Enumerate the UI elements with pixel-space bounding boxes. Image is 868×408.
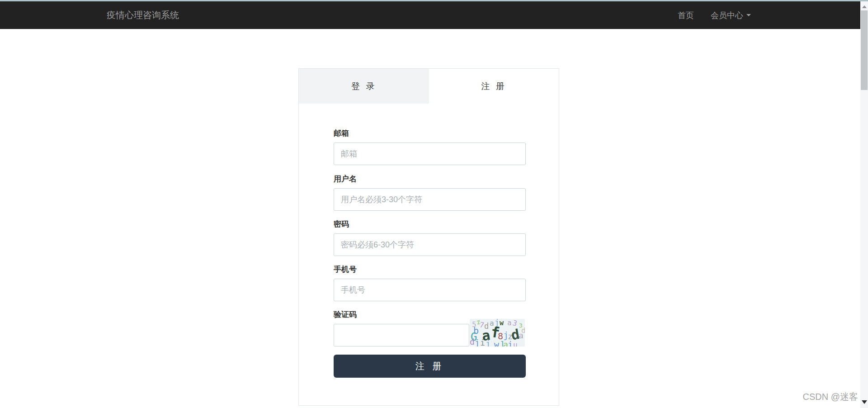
scrollbar-thumb[interactable] bbox=[861, 10, 868, 90]
form-field-captcha: 验证码 5z7dajwa33bGaf8jzdaddjijwlaju bbox=[334, 309, 526, 346]
email-input[interactable] bbox=[334, 142, 526, 165]
captcha-glyph: d bbox=[521, 327, 525, 334]
window-top-edge bbox=[0, 0, 868, 1]
scrollbar[interactable] bbox=[860, 1, 868, 408]
captcha-glyph: j bbox=[508, 341, 513, 346]
captcha-input[interactable] bbox=[334, 324, 469, 346]
nav-item-member-center-label: 会员中心 bbox=[711, 10, 743, 21]
tab-register[interactable]: 注 册 bbox=[429, 69, 559, 104]
form-field-email: 邮箱 bbox=[334, 128, 526, 165]
tab-login[interactable]: 登 录 bbox=[299, 69, 429, 104]
captcha-glyph: i bbox=[480, 339, 485, 346]
form-field-phone: 手机号 bbox=[334, 264, 526, 301]
captcha-glyph: w bbox=[494, 341, 499, 346]
email-label: 邮箱 bbox=[334, 128, 526, 138]
captcha-glyph: u bbox=[513, 342, 518, 346]
captcha-image[interactable]: 5z7dajwa33bGaf8jzdaddjijwlaju bbox=[470, 319, 525, 346]
phone-input[interactable] bbox=[334, 279, 526, 301]
auth-tabs: 登 录 注 册 bbox=[299, 69, 559, 104]
register-button[interactable]: 注 册 bbox=[334, 355, 526, 378]
password-label: 密码 bbox=[334, 219, 526, 229]
username-input[interactable] bbox=[334, 188, 526, 211]
auth-card: 登 录 注 册 邮箱 用户名 密码 手机号 验证码 5z7dajwa33bGaf… bbox=[298, 68, 559, 406]
page: 疫情心理咨询系统 首页 会员中心 登 录 注 册 邮箱 用户名 密码 bbox=[0, 0, 868, 408]
navbar-brand[interactable]: 疫情心理咨询系统 bbox=[107, 1, 179, 29]
scrollbar-up-arrow-icon[interactable] bbox=[860, 4, 868, 10]
caret-down-icon bbox=[746, 14, 751, 16]
navbar: 疫情心理咨询系统 首页 会员中心 bbox=[0, 1, 868, 29]
nav-item-member-center[interactable]: 会员中心 bbox=[711, 10, 751, 21]
captcha-glyph: j bbox=[475, 339, 480, 346]
form-field-username: 用户名 bbox=[334, 174, 526, 211]
scrollbar-down-arrow-icon[interactable] bbox=[860, 399, 868, 405]
password-input[interactable] bbox=[334, 233, 526, 256]
nav-item-home-label: 首页 bbox=[678, 10, 694, 21]
form-field-password: 密码 bbox=[334, 219, 526, 256]
phone-label: 手机号 bbox=[334, 264, 526, 275]
nav-item-home[interactable]: 首页 bbox=[678, 10, 694, 21]
captcha-glyph: 8 bbox=[498, 332, 503, 341]
navbar-menu: 首页 会员中心 bbox=[678, 1, 751, 29]
captcha-glyph: j bbox=[486, 340, 491, 346]
captcha-label: 验证码 bbox=[334, 309, 526, 320]
csdn-watermark: CSDN @迷客 bbox=[802, 391, 858, 403]
captcha-glyph: d bbox=[470, 338, 475, 346]
captcha-glyph: a bbox=[507, 319, 512, 327]
username-label: 用户名 bbox=[334, 174, 526, 184]
